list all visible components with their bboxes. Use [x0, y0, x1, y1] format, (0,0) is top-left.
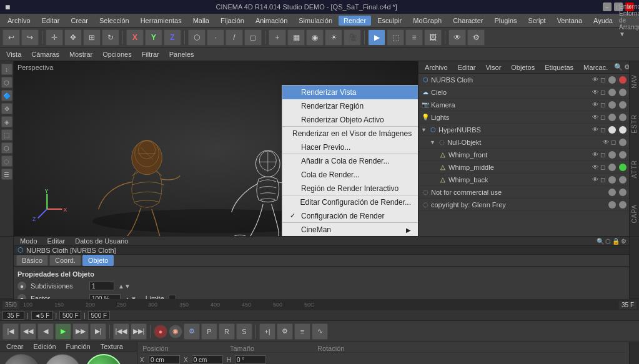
curve-editor-button[interactable]: ∿: [312, 323, 328, 340]
render-menu-item-cola-add[interactable]: Añadir a Cola de Render...: [282, 154, 418, 168]
attr-editar-btn[interactable]: Editar: [44, 237, 69, 245]
material-item-sketch1[interactable]: Sketch: [44, 354, 81, 364]
hyper-vis-icon[interactable]: 👁: [592, 126, 598, 133]
mat-tab-funcion[interactable]: Función: [62, 342, 94, 351]
attr-tab-objeto[interactable]: Objeto: [82, 255, 114, 266]
axis-y-button[interactable]: Y: [145, 29, 162, 46]
keyframe-add-button[interactable]: |◀: [2, 323, 19, 340]
hyper-render-icon[interactable]: ◻: [600, 126, 605, 133]
render-menu-item-interactive[interactable]: Región de Render Interactivo: [282, 182, 418, 195]
obj-item-not-commercial[interactable]: ◌ Not for commercial use: [419, 186, 629, 199]
menu-script[interactable]: Script: [523, 16, 551, 26]
attr-copy-icon[interactable]: ⬡: [605, 238, 611, 245]
attr-subdiv-input[interactable]: [89, 282, 114, 290]
render-menu-item-cineman[interactable]: CineMan ▶: [282, 223, 418, 236]
menu-archivo[interactable]: Archivo: [2, 16, 36, 26]
render-menu-item-activo[interactable]: Renderizar Objeto Activo: [282, 113, 418, 127]
menu-plugins[interactable]: Plugins: [489, 16, 522, 26]
scale-button[interactable]: ⊞: [83, 29, 101, 46]
nurbs-render-icon[interactable]: ◻: [600, 76, 605, 83]
render-menu-item-cola[interactable]: Cola de Render...: [282, 168, 418, 182]
lights-vis-icon[interactable]: 👁: [592, 114, 598, 121]
menu-esculpir[interactable]: Esculpir: [372, 16, 407, 26]
rot-h-input[interactable]: [235, 355, 266, 364]
mat-tab-edicion[interactable]: Edición: [30, 342, 60, 351]
null-expand-icon[interactable]: ▼: [430, 139, 436, 145]
wf-render-icon[interactable]: ◻: [600, 151, 605, 158]
menu-seleccion[interactable]: Selección: [94, 16, 134, 26]
wf-vis-icon[interactable]: 👁: [592, 151, 598, 158]
menu-ayuda[interactable]: Ayuda: [588, 16, 618, 26]
left-icon-8[interactable]: ◌: [1, 155, 12, 167]
attr-mode-btn[interactable]: Modo: [16, 237, 41, 245]
render-menu-item-visor[interactable]: Renderizar en el Visor de Imágenes: [282, 127, 418, 140]
obj-item-whimp-front[interactable]: △ Whimp_front 👁 ◻: [419, 149, 629, 161]
object-mode-button[interactable]: ⬡: [188, 29, 206, 46]
poly-mode-button[interactable]: ◻: [244, 29, 262, 46]
axis-z-button[interactable]: Z: [164, 29, 181, 46]
menu-herramientas[interactable]: Herramientas: [136, 16, 187, 26]
point-mode-button[interactable]: ·: [207, 29, 224, 46]
play-forward-button[interactable]: ▶▶: [72, 323, 89, 340]
render-menu-item-region[interactable]: Renderizar Región: [282, 99, 418, 113]
subtoolbar-mostrar[interactable]: Mostrar: [66, 50, 96, 59]
record-pos-button[interactable]: P: [201, 323, 217, 340]
attr-tab-coord[interactable]: Coord.: [49, 255, 81, 266]
obj-item-cielo[interactable]: ☁ Cielo 👁 ◻: [419, 86, 629, 99]
render-active-button[interactable]: ▶: [368, 29, 385, 46]
timeline-prev-frame-input[interactable]: [31, 311, 53, 320]
obj-item-kamera[interactable]: 📷 Kamera 👁 ◻: [419, 99, 629, 111]
record-auto-button[interactable]: ⚙: [184, 323, 200, 340]
render-settings-button[interactable]: ⚙: [467, 29, 485, 46]
render-menu-item-previo[interactable]: Hacer Previo...: [282, 140, 418, 154]
left-icon-7[interactable]: ⬡: [1, 142, 12, 154]
attr-tab-basico[interactable]: Básico: [16, 255, 48, 266]
pos-x-input[interactable]: [149, 355, 180, 364]
mat-tab-crear[interactable]: Crear: [2, 342, 27, 351]
material-item-mat[interactable]: Mat: [2, 354, 40, 364]
search-icon[interactable]: 🔍: [614, 63, 623, 71]
marker-settings-button[interactable]: ⚙: [277, 323, 293, 340]
obj-item-null[interactable]: ▼ ◌ Null-Objekt 👁 ◻: [419, 136, 629, 149]
timeline-end-frame-input[interactable]: [88, 311, 110, 320]
material-item-sketch2[interactable]: Sketch: [85, 354, 122, 364]
subtoolbar-paneles[interactable]: Paneles: [166, 50, 198, 59]
hypernurbs-expand-icon[interactable]: ▼: [421, 127, 427, 133]
left-icon-4[interactable]: ✥: [1, 103, 12, 114]
subdiv-stepper[interactable]: ▲▼: [118, 283, 131, 290]
subtoolbar-opciones[interactable]: Opciones: [99, 50, 135, 59]
interactive-render-button[interactable]: 👁: [448, 29, 466, 46]
objects-header-archivo[interactable]: Archivo: [421, 63, 452, 72]
menu-fijacion[interactable]: Fijación: [215, 16, 249, 26]
left-icon-5[interactable]: ◈: [1, 116, 12, 127]
attr-settings-icon[interactable]: ⚙: [621, 238, 627, 245]
objects-header-etiquetas[interactable]: Etiquetas: [541, 63, 577, 72]
move-button[interactable]: ✥: [64, 29, 82, 46]
axis-x-button[interactable]: X: [126, 29, 144, 46]
record-key-button[interactable]: ◉: [169, 325, 182, 338]
record-button[interactable]: ●: [154, 325, 167, 338]
menu-character[interactable]: Character: [448, 16, 488, 26]
null-vis-icon[interactable]: 👁: [603, 139, 609, 145]
redo-button[interactable]: ↪: [21, 29, 39, 46]
viewport[interactable]: Perspectiva: [14, 61, 418, 236]
render-queue-button[interactable]: ≡: [405, 29, 423, 46]
timeline-view-button[interactable]: ≡: [294, 323, 310, 340]
play-reverse-button[interactable]: ◀: [37, 323, 54, 340]
menu-editar[interactable]: Editar: [37, 16, 65, 26]
menu-simulacion[interactable]: Simulación: [294, 16, 337, 26]
obj-item-whimp-back[interactable]: △ Whimp_back 👁 ◻: [419, 174, 629, 186]
next-keyframe-button[interactable]: ▶|: [90, 323, 106, 340]
menu-mograph[interactable]: MoGraph: [408, 16, 447, 26]
add-obj-button[interactable]: +: [269, 29, 286, 46]
cielo-vis-icon[interactable]: 👁: [592, 89, 598, 96]
wm-vis-icon[interactable]: 👁: [592, 164, 598, 170]
objects-header-objetos[interactable]: Objetos: [507, 63, 538, 72]
kamera-render-icon[interactable]: ◻: [600, 101, 605, 108]
render-menu-item-vista[interactable]: Renderizar Vista: [282, 86, 418, 99]
attr-datos-btn[interactable]: Datos de Usuario: [71, 237, 132, 245]
cielo-render-icon[interactable]: ◻: [600, 89, 605, 96]
sky-button[interactable]: ◉: [306, 29, 324, 46]
wb-render-icon[interactable]: ◻: [600, 176, 605, 183]
render-menu-item-config[interactable]: ✓ Configuración de Render: [282, 209, 418, 223]
